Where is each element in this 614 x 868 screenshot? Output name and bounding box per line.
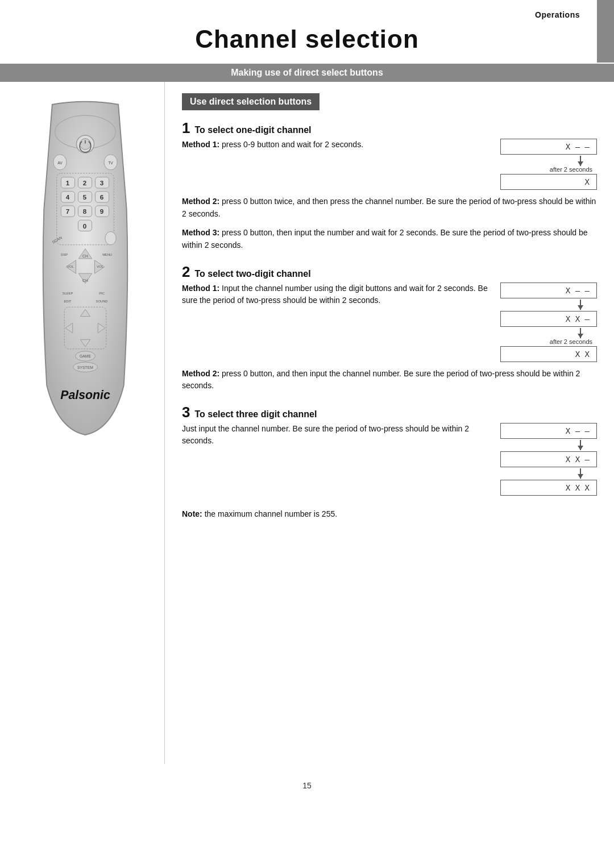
svg-text:CH: CH [82,254,88,258]
step-2-title: To select two-digit channel [194,269,310,279]
svg-text:VOL: VOL [97,265,103,268]
svg-text:9: 9 [99,207,103,215]
step-1-method-3-label: Method 3: [182,228,219,237]
step-2-header: 2 To select two-digit channel [182,264,597,279]
ch-arrow-head [578,161,583,166]
svg-text:6: 6 [99,193,103,201]
step-3-title: To select three digit channel [194,409,317,420]
svg-text:EDIT: EDIT [64,300,72,303]
svg-text:4: 4 [65,193,69,201]
svg-text:SLEEP: SLEEP [62,292,73,295]
step-2-method-2-label: Method 2: [182,369,219,378]
step-1-method-1-body: press 0-9 button and wait for 2 seconds. [219,140,363,149]
step-3-method-1-body: Just input the channel number. Be sure t… [182,424,469,445]
ch-arrow-2-0 [500,298,597,311]
note-text: the maximum channel number is 255. [202,509,337,518]
step-2-diagram: X – – X X – after 2 seconds X X [500,283,597,362]
ch-arrow-3-1 [500,467,597,480]
svg-text:MENU: MENU [102,253,112,256]
svg-text:1: 1 [65,179,69,186]
svg-text:GAME: GAME [80,354,91,358]
step-1-diagram: X – – after 2 seconds X [500,139,597,190]
ch-arrow-head-3-1 [578,474,583,479]
svg-text:SOUND: SOUND [96,300,107,303]
svg-text:8: 8 [82,207,86,215]
note-label: Note: [182,509,202,518]
svg-text:0: 0 [82,222,86,230]
step-2-method-2-body: press 0 button, and then input the chann… [182,369,580,391]
step-3-diagram: X – – X X – X X X [500,423,597,496]
step-2-method-1: Method 1: Input the channel number using… [182,283,597,362]
svg-text:5: 5 [82,193,86,201]
svg-text:7: 7 [65,207,69,215]
svg-text:PIC: PIC [99,292,105,295]
remote-control-image: AV TV 1 2 3 4 5 6 7 8 [17,99,154,451]
step-1-number: 1 [182,121,190,135]
page-number: 15 [0,781,614,790]
svg-text:SYSTEM: SYSTEM [77,366,93,369]
step-1-method-2-body: press 0 button twice, and then press the… [182,197,596,218]
operations-label: Operations [535,10,580,19]
ch-arrow-1 [500,155,597,167]
ch-box-3-1: X X – [500,451,597,467]
step-1-method-2: Method 2: press 0 button twice, and then… [182,196,597,220]
step-3-header: 3 To select three digit channel [182,405,597,420]
ch-arrow-head-2-0 [578,305,583,310]
step-1-method-2-label: Method 2: [182,197,219,206]
ch-box-2-2: X X [500,346,597,362]
ch-arrow-head-2-1 [578,334,583,338]
ch-box-1-0: X – – [500,139,597,155]
section-banner: Making use of direct select buttons [0,64,614,82]
svg-text:VOL: VOL [67,265,74,268]
ch-box-3-0: X – – [500,423,597,439]
remote-panel: AV TV 1 2 3 4 5 6 7 8 [0,82,165,764]
step-2-method-1-label: Method 1: [182,284,219,293]
ch-arrow-2-1 [500,327,597,339]
svg-text:TV: TV [108,161,113,165]
step-2-method-1-text: Method 1: Input the channel number using… [182,283,490,306]
step-1: 1 To select one-digit channel Method 1: … [182,121,597,252]
step-3-method-1: Just input the channel number. Be sure t… [182,423,597,496]
content-panel: Use direct selection buttons 1 To select… [165,82,614,764]
step-3-number: 3 [182,405,190,420]
ch-box-2-0: X – – [500,283,597,298]
ch-arrow-3-0 [500,439,597,451]
svg-text:2: 2 [82,179,86,186]
step-1-method-1-label: Method 1: [182,140,219,149]
svg-text:3: 3 [99,179,103,186]
svg-point-29 [105,231,115,244]
ch-box-2-1: X X – [500,311,597,327]
header-bar [597,0,614,63]
subsection-heading: Use direct selection buttons [182,93,320,110]
ch-box-1-1: X [500,174,597,190]
step-1-method-1-text: Method 1: press 0-9 button and wait for … [182,139,490,151]
page-title: Channel selection [0,25,614,53]
ch-box-3-2: X X X [500,480,597,496]
step-2-number: 2 [182,264,190,279]
svg-text:CH: CH [82,279,88,283]
step-1-method-3-body: press 0 button, then input the number an… [182,228,588,250]
step-3: 3 To select three digit channel Just inp… [182,405,597,496]
step-2-method-1-body: Input the channel number using the digit… [182,284,488,305]
svg-text:Palsonic: Palsonic [60,388,110,402]
ch-arrow-head-3-0 [578,446,583,450]
step-2-method-2: Method 2: press 0 button, and then input… [182,368,597,392]
svg-text:AV: AV [57,161,63,165]
note-paragraph: Note: the maximum channel number is 255. [182,508,597,521]
step-1-method-1: Method 1: press 0-9 button and wait for … [182,139,597,190]
step-2: 2 To select two-digit channel Method 1: … [182,264,597,392]
svg-text:DSP: DSP [61,253,68,256]
main-layout: AV TV 1 2 3 4 5 6 7 8 [0,82,614,764]
step-1-method-3: Method 3: press 0 button, then input the… [182,227,597,251]
step-1-title: To select one-digit channel [194,125,311,135]
step-3-method-1-text: Just input the channel number. Be sure t… [182,423,490,447]
step-1-header: 1 To select one-digit channel [182,121,597,135]
